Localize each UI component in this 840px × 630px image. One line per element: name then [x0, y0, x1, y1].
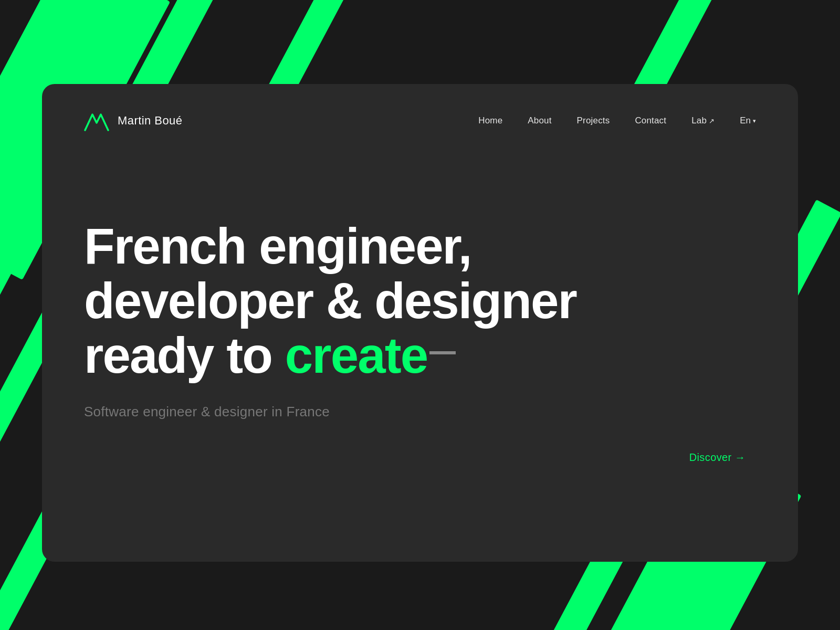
hero-line1: French engineer, [84, 218, 471, 274]
hero-line2: developer & designer [84, 272, 576, 329]
nav-lang-label: En [740, 116, 751, 126]
nav-links: Home About Projects Contact Lab ↗ En ▾ [478, 116, 756, 126]
nav-about[interactable]: About [528, 116, 551, 126]
logo-area[interactable]: Martin Boué [84, 110, 182, 131]
nav-contact[interactable]: Contact [635, 116, 666, 126]
nav-language[interactable]: En ▾ [740, 116, 756, 126]
stripe-5 [0, 236, 22, 485]
nav-lab-label: Lab [691, 116, 707, 126]
nav-projects[interactable]: Projects [577, 116, 610, 126]
nav-lab[interactable]: Lab ↗ [691, 116, 715, 126]
hero-highlight: create [285, 327, 427, 383]
main-card: Martin Boué Home About Projects Contact … [42, 84, 798, 562]
chevron-down-icon: ▾ [753, 118, 756, 124]
logo-name: Martin Boué [118, 114, 182, 128]
hero-subtitle: Software engineer & designer in France [84, 404, 756, 420]
hero-line3-prefix: ready to [84, 327, 285, 383]
cursor-blink [429, 351, 456, 354]
logo-icon [84, 110, 109, 131]
discover-button[interactable]: Discover → [689, 452, 746, 464]
hero-headline: French engineer, developer & designer re… [84, 219, 609, 382]
external-link-icon: ↗ [709, 117, 715, 125]
navbar: Martin Boué Home About Projects Contact … [84, 84, 756, 152]
nav-home[interactable]: Home [478, 116, 502, 126]
hero-section: French engineer, developer & designer re… [84, 152, 756, 562]
